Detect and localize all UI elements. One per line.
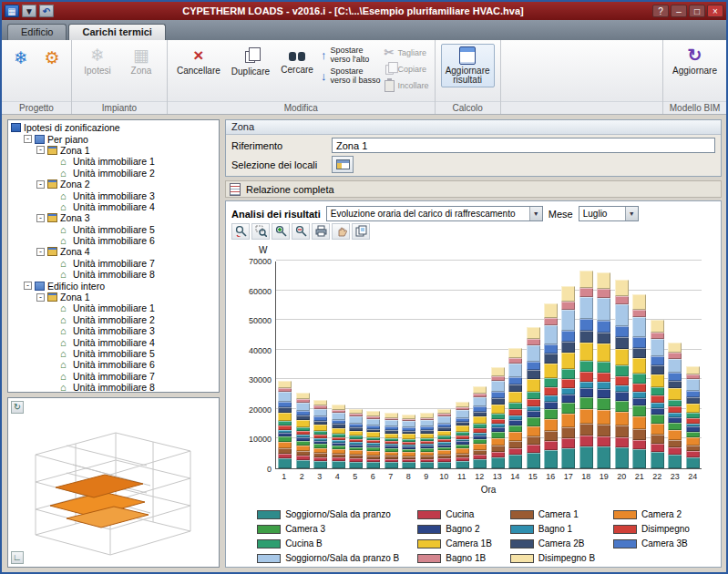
tab-edificio[interactable]: Edificio bbox=[7, 24, 67, 40]
move-up-button[interactable]: ↑ Spostare verso l'alto bbox=[321, 46, 381, 64]
pan-hand-icon[interactable] bbox=[332, 223, 350, 240]
chart-bar bbox=[491, 367, 505, 468]
chart-bar-segment bbox=[597, 389, 610, 398]
close-button[interactable]: × bbox=[707, 5, 723, 17]
chart-bar-segment bbox=[651, 356, 664, 365]
chart-bar-segment bbox=[651, 333, 664, 339]
tab-carichi-termici[interactable]: Carichi termici bbox=[68, 24, 165, 40]
tree-collapse-box[interactable]: - bbox=[36, 146, 45, 154]
calculator-icon bbox=[459, 46, 476, 65]
chart-bar-segment bbox=[527, 392, 540, 399]
copiare-button[interactable]: Copiare bbox=[385, 62, 429, 76]
relazione-completa-bar[interactable]: Relazione completa bbox=[225, 180, 722, 198]
report-document-icon bbox=[230, 183, 241, 196]
tagliare-button[interactable]: ✂ Tagliare bbox=[385, 46, 429, 59]
undo-icon[interactable]: ↶ bbox=[39, 5, 54, 17]
save-icon[interactable]: ▼ bbox=[22, 5, 36, 17]
zoom-out-icon[interactable] bbox=[292, 223, 310, 240]
chart-bar-segment bbox=[491, 438, 505, 446]
chart-bar-segment bbox=[632, 348, 646, 358]
minimize-button[interactable]: – bbox=[671, 5, 687, 17]
tree-item[interactable]: ⌂Unità immobiliare 8 bbox=[8, 382, 219, 393]
chart-gridline bbox=[276, 260, 702, 261]
riferimento-input[interactable] bbox=[332, 138, 715, 153]
tree-item[interactable]: -Zona 4 bbox=[8, 246, 219, 257]
tree-collapse-box[interactable]: - bbox=[36, 248, 45, 256]
tree-item[interactable]: ⌂Unità immobiliare 3 bbox=[8, 190, 219, 200]
cooling-load-chart: W 12345678910111213141516171819202122232… bbox=[231, 245, 715, 500]
tree-item[interactable]: ⌂Unità immobiliare 6 bbox=[8, 359, 219, 370]
chart-bar-segment bbox=[597, 446, 610, 468]
tree-collapse-box[interactable]: - bbox=[36, 180, 45, 189]
incollare-button[interactable]: Incollare bbox=[385, 78, 429, 92]
tree-collapse-box[interactable]: - bbox=[36, 293, 45, 302]
chart-bar-segment bbox=[686, 379, 700, 391]
tree-item[interactable]: ⌂Unità immobiliare 4 bbox=[8, 201, 219, 212]
legend-label: Camera 3B bbox=[641, 538, 688, 548]
zona-button[interactable]: ▦ Zona bbox=[121, 44, 161, 77]
tree-item[interactable]: ⌂Unità immobiliare 1 bbox=[8, 302, 219, 313]
tree-root-icon bbox=[11, 123, 21, 132]
tree-item-label: Unità immobiliare 4 bbox=[73, 201, 155, 212]
aggiornare-risultati-button[interactable]: Aggiornare risultati bbox=[441, 44, 495, 87]
mese-dropdown[interactable]: Luglio ▼ bbox=[579, 206, 639, 221]
app-icon[interactable]: ▦ bbox=[5, 5, 19, 17]
zoom-in-icon[interactable] bbox=[272, 223, 290, 240]
tree-item[interactable]: -Zona 2 bbox=[8, 179, 219, 190]
ribbon-group-progetto: ❄ ⚙ Progetto bbox=[2, 40, 72, 114]
maximize-button[interactable]: □ bbox=[689, 5, 705, 17]
tree-item[interactable]: -Per piano bbox=[8, 133, 219, 144]
tree-item[interactable]: ⌂Unità immobiliare 5 bbox=[8, 224, 219, 235]
model-3d-view[interactable]: ↻ ∟ bbox=[7, 397, 220, 568]
chart-bar-slot bbox=[649, 261, 666, 468]
x-tick-label: 23 bbox=[666, 472, 684, 481]
zoom-window-icon[interactable] bbox=[251, 223, 270, 240]
tree-item[interactable]: ⌂Unità immobiliare 7 bbox=[8, 371, 219, 382]
chart-bar-segment bbox=[456, 410, 469, 418]
climate-hypothesis-icon[interactable]: ❄ bbox=[7, 44, 35, 71]
ipotesi-button[interactable]: ❄ Ipotesi bbox=[77, 44, 118, 77]
chart-bar-slot bbox=[524, 261, 541, 468]
analisi-risultati-dropdown[interactable]: Evoluzione oraria del carico di raffresc… bbox=[326, 206, 543, 221]
tree-item[interactable]: ⌂Unità immobiliare 8 bbox=[8, 269, 219, 280]
tree-item[interactable]: Ipotesi di zonificazione bbox=[8, 122, 219, 133]
print-icon[interactable] bbox=[312, 223, 330, 240]
tree-item[interactable]: ⌂Unità immobiliare 7 bbox=[8, 258, 219, 269]
zoom-reset-icon[interactable] bbox=[231, 223, 250, 240]
tree-item[interactable]: -Edificio intero bbox=[8, 280, 219, 291]
general-options-gear-icon[interactable]: ⚙ bbox=[38, 44, 66, 71]
chart-bar-slot bbox=[471, 261, 488, 468]
chart-bar-segment bbox=[491, 367, 505, 376]
tree-item[interactable]: ⌂Unità immobiliare 2 bbox=[8, 314, 219, 325]
move-down-button[interactable]: ↓ Spostare verso il basso bbox=[321, 67, 381, 85]
tree-item[interactable]: ⌂Unità immobiliare 5 bbox=[8, 348, 219, 359]
tree-item[interactable]: ⌂Unità immobiliare 2 bbox=[8, 168, 219, 179]
tree-item[interactable]: ⌂Unità immobiliare 3 bbox=[8, 325, 219, 336]
tree-collapse-box[interactable]: - bbox=[36, 214, 45, 222]
bim-aggiornare-button[interactable]: ↻ Aggiornare bbox=[669, 44, 721, 77]
help-button[interactable]: ? bbox=[652, 5, 669, 17]
selezione-locali-button[interactable] bbox=[332, 156, 354, 173]
tree-item[interactable]: ⌂Unità immobiliare 1 bbox=[8, 156, 219, 167]
tree-collapse-box[interactable]: - bbox=[24, 135, 32, 143]
tree-collapse-box[interactable]: - bbox=[24, 282, 32, 290]
axes-widget-icon[interactable]: ∟ bbox=[11, 551, 24, 564]
cercare-button[interactable]: Cercare bbox=[277, 44, 317, 77]
tree-unit-icon: ⌂ bbox=[60, 157, 70, 166]
cancellare-button[interactable]: × Cancellare bbox=[173, 44, 224, 77]
tree-item[interactable]: -Zona 1 bbox=[8, 292, 219, 302]
chart-bar-segment bbox=[561, 353, 575, 369]
chart-bar bbox=[296, 393, 310, 468]
orbit-icon[interactable]: ↻ bbox=[11, 401, 24, 414]
tree-item[interactable]: ⌂Unità immobiliare 4 bbox=[8, 336, 219, 347]
chart-bar-slot bbox=[631, 261, 648, 468]
chart-bar-segment bbox=[615, 425, 629, 437]
chart-bar-slot bbox=[488, 261, 506, 468]
duplicare-button[interactable]: Duplicare bbox=[228, 44, 273, 78]
export-chart-icon[interactable] bbox=[352, 223, 370, 240]
tree-item[interactable]: -Zona 3 bbox=[8, 212, 219, 223]
tree-zone-icon bbox=[47, 247, 57, 256]
tree-item[interactable]: ⌂Unità immobiliare 6 bbox=[8, 235, 219, 246]
chart-bar-segment bbox=[491, 398, 505, 405]
tree-item[interactable]: -Zona 1 bbox=[8, 145, 219, 156]
